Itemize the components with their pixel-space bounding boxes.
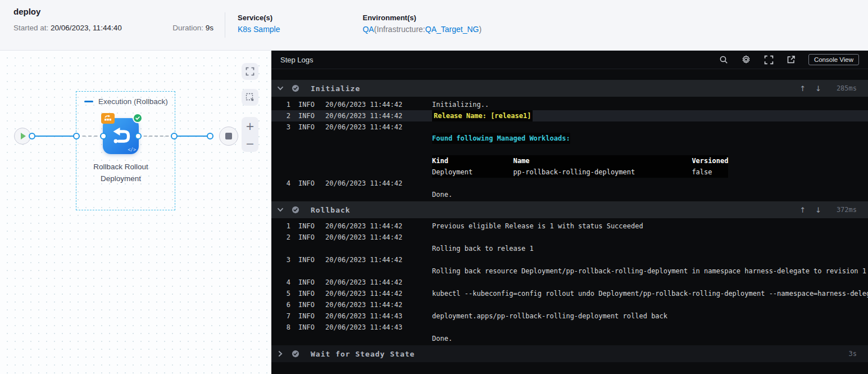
step-success-check-icon [292, 350, 299, 358]
log-message: Kind Name Versioned [432, 155, 728, 166]
log-row: 3INFO20/06/2023 11:44:42 [271, 121, 868, 133]
execution-summary: deploy Started at: 20/06/2023, 11:44:40 … [0, 0, 225, 50]
log-row [271, 144, 868, 155]
log-row: 2INFO20/06/2023 11:44:42Release Name: [r… [271, 110, 868, 121]
log-section-header-initialize[interactable]: Initialize↑↓285ms [271, 80, 868, 97]
log-row: 5INFO20/06/2023 11:44:42kubectl --kubeco… [271, 288, 868, 299]
rollout-deployment-badge-icon [101, 113, 115, 124]
edge-group-to-end [174, 136, 210, 137]
log-message: Rolling back resource Deployment/pp-roll… [432, 265, 866, 277]
rollback-step-node[interactable]: </> [103, 118, 139, 154]
log-message: Deployment pp-rollback-rolling-deploymen… [432, 166, 728, 178]
infrastructure-link[interactable]: QA_Target_NG [425, 25, 479, 34]
fit-view-icon [246, 67, 255, 76]
canvas-select-mode-button[interactable] [242, 89, 258, 106]
stop-icon [225, 133, 232, 139]
canvas-fit-view-button[interactable] [242, 63, 258, 80]
connector-dot-icon [29, 133, 35, 139]
infrastructure-suffix: ) [479, 25, 481, 34]
step-node-label: Rollback Rollout Deployment [76, 161, 166, 184]
log-section-title: Initialize [311, 84, 360, 93]
fullscreen-icon[interactable] [764, 55, 774, 65]
log-message: Done. [432, 333, 452, 344]
selection-icon [246, 93, 255, 102]
environments-label: Environment(s) [362, 13, 481, 22]
chevron-right-icon[interactable] [277, 350, 284, 357]
section-duration: 372ms [831, 206, 857, 214]
rollback-arrow-icon [109, 124, 133, 148]
edge-start-to-group [31, 136, 76, 137]
execution-group-label: Execution (Rollback) [84, 97, 168, 106]
console-view-button[interactable]: Console View [808, 54, 859, 65]
connector-dot-icon [73, 133, 80, 139]
canvas-zoom-panel: + − [242, 117, 258, 152]
log-message: Rolling back to release 1 [432, 243, 534, 254]
edge-group-to-node [76, 136, 103, 137]
step-logs-header: Step Logs Console View [271, 51, 868, 69]
log-message: deployment.apps/pp-rollback-rolling-depl… [432, 310, 667, 322]
log-row: 1INFO20/06/2023 11:44:42Initializing.. [271, 99, 868, 110]
service-link[interactable]: K8s Sample [238, 25, 280, 34]
environment-link[interactable]: QA [362, 25, 374, 34]
log-section-title: Wait for Steady State [311, 350, 415, 358]
open-in-new-tab-icon[interactable] [787, 55, 796, 64]
log-row: 2INFO20/06/2023 11:44:42 [271, 232, 868, 243]
group-label-text: Execution (Rollback) [98, 97, 168, 106]
zoom-in-button[interactable]: + [242, 117, 258, 134]
search-icon[interactable] [719, 55, 728, 64]
log-row: 4INFO20/06/2023 11:44:42 [271, 178, 868, 189]
log-message: Done. [432, 189, 452, 200]
connector-dot-icon [207, 133, 213, 139]
log-section-title: Rollback [311, 206, 351, 214]
connector-dot-icon [100, 133, 107, 139]
infrastructure-prefix: (Infrastructure: [374, 25, 425, 34]
scroll-down-arrow-icon[interactable]: ↓ [815, 84, 821, 93]
chevron-down-icon[interactable] [277, 85, 284, 92]
services-label: Service(s) [238, 13, 280, 22]
log-row: Kind Name Versioned [271, 155, 868, 166]
log-row: Done. [271, 333, 868, 344]
log-row: 8INFO20/06/2023 11:44:43 [271, 322, 868, 333]
section-duration: 3s [831, 350, 857, 358]
log-row: Done. [271, 189, 868, 200]
log-message: Found following Managed Workloads: [432, 133, 570, 144]
settings-gear-icon[interactable] [741, 55, 751, 65]
log-sections-container[interactable]: Initialize↑↓285ms1INFO20/06/2023 11:44:4… [271, 69, 868, 374]
collapse-group-icon[interactable] [84, 101, 93, 102]
connector-dot-icon [171, 133, 178, 139]
log-row: 4INFO20/06/2023 11:44:42 [271, 277, 868, 288]
step-logs-panel: Step Logs Console View [271, 51, 868, 374]
zoom-out-button[interactable]: − [242, 134, 258, 152]
log-row: Found following Managed Workloads: [271, 133, 868, 144]
environments-block: Environment(s) QA(Infrastructure:QA_Targ… [350, 0, 481, 50]
edge-node-to-group [138, 136, 174, 137]
pipeline-title: deploy [13, 7, 225, 16]
log-section-header-wait-for-steady-state[interactable]: Wait for Steady State3s [271, 345, 868, 362]
scroll-up-arrow-icon[interactable]: ↑ [799, 206, 806, 214]
log-section-header-rollback[interactable]: Rollback↑↓372ms [271, 201, 868, 218]
pipeline-end-node[interactable] [219, 127, 238, 146]
log-rows-rollback: 1INFO20/06/2023 11:44:42Previous eligibl… [271, 218, 868, 345]
scroll-down-arrow-icon[interactable]: ↓ [815, 206, 821, 214]
log-row: 6INFO20/06/2023 11:44:42 [271, 299, 868, 310]
log-rows-initialize: 1INFO20/06/2023 11:44:42Initializing..2I… [271, 97, 868, 201]
chevron-down-icon[interactable] [277, 206, 284, 213]
log-message: kubectl --kubeconfig=config rollout undo… [432, 288, 868, 299]
log-message: Release Name: [release1] [432, 110, 533, 121]
log-row: Rolling back resource Deployment/pp-roll… [271, 265, 868, 277]
scroll-up-arrow-icon[interactable]: ↑ [799, 84, 806, 93]
step-logs-title: Step Logs [280, 56, 313, 64]
execution-header: deploy Started at: 20/06/2023, 11:44:40 … [0, 0, 868, 51]
services-block: Service(s) K8s Sample [225, 0, 280, 50]
log-row: Rolling back to release 1 [271, 243, 868, 254]
log-row: Deployment pp-rollback-rolling-deploymen… [271, 166, 868, 178]
log-row: 1INFO20/06/2023 11:44:42Previous eligibl… [271, 220, 868, 232]
play-icon [21, 133, 26, 139]
log-row: 3INFO20/06/2023 11:44:42 [271, 254, 868, 265]
step-success-check-icon [292, 84, 299, 92]
duration: Duration: 9s [172, 24, 213, 32]
connector-dot-icon [135, 133, 142, 139]
section-duration: 285ms [831, 84, 857, 92]
log-row: 7INFO20/06/2023 11:44:43deployment.apps/… [271, 310, 868, 322]
pipeline-canvas[interactable]: Execution (Rollback) [0, 51, 271, 374]
